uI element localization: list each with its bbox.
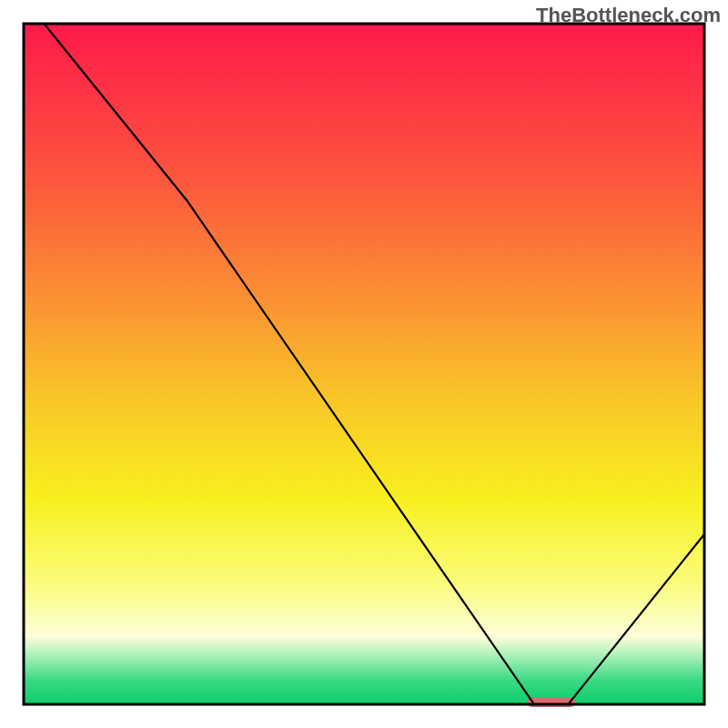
chart-container: TheBottleneck.com: [0, 0, 728, 728]
bottleneck-chart: [0, 0, 728, 728]
watermark-text: TheBottleneck.com: [536, 4, 721, 27]
